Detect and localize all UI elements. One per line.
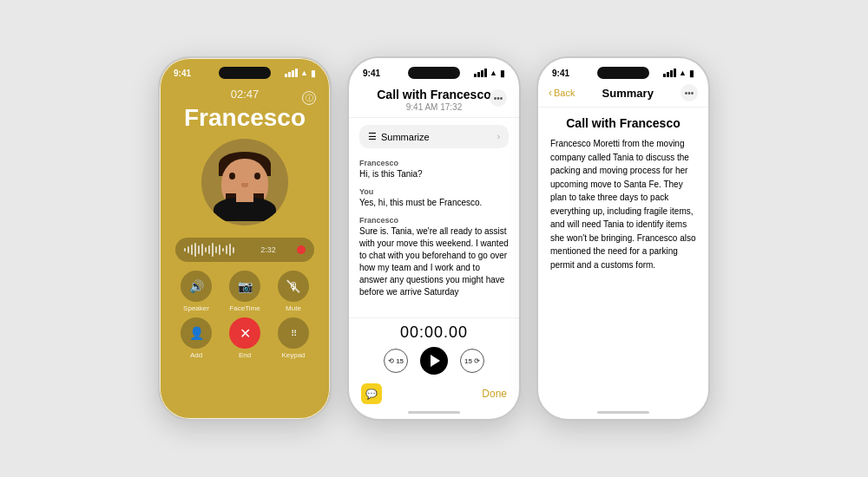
wifi-icon-3: ▲ [679,69,687,77]
status-icons-2: ▲ ▮ [474,69,505,78]
rewind-button[interactable]: ⟲ 15 [384,349,408,373]
facetime-label: FaceTime [229,304,260,312]
transcript-msg-1: Francesco Hi, is this Tania? [359,159,509,180]
dynamic-island-2 [408,67,460,79]
call-buttons-row1: 🔊 Speaker 📷 FaceTime 🎙 Mute [170,271,319,312]
signal-icon-3 [663,69,676,77]
battery-icon-2: ▮ [500,69,505,78]
summarize-label: Summarize [381,132,430,142]
forward-button[interactable]: 15 ⟳ [460,349,484,373]
end-call-icon: ✕ [229,317,260,349]
phone-2-bottom: 💬 Done [349,378,519,411]
status-time-1: 9:41 [174,69,191,78]
more-options-button-3[interactable]: ••• [681,84,698,101]
msg-text-2: Yes, hi, this must be Francesco. [359,197,509,209]
app-icon: 💬 [361,383,382,404]
summarize-icon: ☰ [368,131,377,142]
recording-section: 00:00.00 ⟲ 15 15 ⟳ [349,317,519,378]
play-icon [431,355,440,367]
summary-nav-title: Summary [602,87,654,100]
summarize-left: ☰ Summarize [368,131,430,142]
end-call-button[interactable]: ✕ End [224,317,266,359]
summary-text: Francesco Moretti from the moving compan… [550,137,696,271]
phone-summary: 9:41 ▲ ▮ ‹ Back Summary ••• [536,56,710,421]
status-time-3: 9:41 [552,69,569,78]
msg-text-3: Sure is. Tania, we're all ready to assis… [359,225,509,298]
msg-sender-1: Francesco [359,159,509,167]
summary-nav: ‹ Back Summary ••• [538,84,708,108]
battery-icon-3: ▮ [689,69,694,78]
summary-title: Call with Francesco [550,116,696,130]
mute-button[interactable]: 🎙 Mute [273,271,314,312]
facetime-button[interactable]: 📷 FaceTime [224,271,266,312]
signal-icon-1 [285,69,298,77]
status-icons-1: ▲ ▮ [285,69,316,78]
call-info-icon[interactable]: ⓘ [302,91,316,105]
msg-text-1: Hi, is this Tania? [359,168,509,180]
play-button[interactable] [420,347,448,375]
summary-body: Call with Francesco Francesco Moretti fr… [538,108,708,411]
home-indicator-3 [597,411,649,414]
signal-icon-2 [474,69,487,77]
transcript-body: Francesco Hi, is this Tania? You Yes, hi… [349,155,519,317]
caller-name: Francesco [184,104,306,132]
call-buttons-row2: 👤 Add ✕ End ⠿ Keypad [170,317,319,359]
phone-transcript: 9:41 ▲ ▮ Call with Francesco 9:41 AM 17:… [347,56,521,421]
keypad-button[interactable]: ⠿ Keypad [273,317,314,359]
avatar [201,139,288,225]
transcript-title: Call with Francesco [363,88,505,101]
call-content: 02:47 Francesco [160,84,330,419]
phones-container: 9:41 ▲ ▮ ⓘ 02:47 Francesco [158,56,710,421]
dynamic-island-3 [597,67,649,79]
recording-time: 00:00.00 [349,323,519,342]
recording-controls: ⟲ 15 15 ⟳ [349,347,519,375]
waveform-lines [184,243,234,257]
speaker-icon: 🔊 [181,271,212,302]
memoji-avatar [206,143,284,221]
wifi-icon-1: ▲ [300,69,308,77]
speaker-button[interactable]: 🔊 Speaker [175,271,217,312]
mute-icon: 🎙 [278,271,309,302]
back-label: Back [554,88,575,98]
chevron-left-icon: ‹ [549,87,552,99]
chevron-right-icon: › [497,132,500,141]
record-dot [297,245,306,254]
add-icon: 👤 [181,317,212,349]
wifi-icon-2: ▲ [490,69,497,77]
more-options-button-2[interactable]: ••• [490,89,507,107]
status-icons-3: ▲ ▮ [663,69,694,78]
waveform-timer: 2:32 [260,245,276,254]
transcript-subtitle: 9:41 AM 17:32 [363,102,505,112]
back-button[interactable]: ‹ Back [549,87,575,99]
home-indicator-2 [408,411,460,414]
add-button[interactable]: 👤 Add [175,317,217,359]
msg-sender-3: Francesco [359,216,509,225]
add-label: Add [190,351,202,359]
status-time-2: 9:41 [363,69,380,78]
summarize-button[interactable]: ☰ Summarize › [359,125,509,148]
done-button[interactable]: Done [482,388,507,400]
dynamic-island [219,67,271,79]
end-call-label: End [239,351,251,359]
waveform-bar: 2:32 [175,238,314,262]
call-duration: 02:47 [231,88,260,101]
transcript-msg-2: You Yes, hi, this must be Francesco. [359,187,509,209]
speaker-label: Speaker [183,304,209,312]
keypad-icon: ⠿ [278,317,309,349]
mute-label: Mute [286,304,301,312]
phone-active-call: 9:41 ▲ ▮ ⓘ 02:47 Francesco [158,56,332,421]
facetime-icon: 📷 [229,271,260,302]
keypad-label: Keypad [281,351,305,359]
transcript-msg-3: Francesco Sure is. Tania, we're all read… [359,216,509,298]
msg-sender-2: You [359,187,509,196]
battery-icon-1: ▮ [311,69,316,78]
